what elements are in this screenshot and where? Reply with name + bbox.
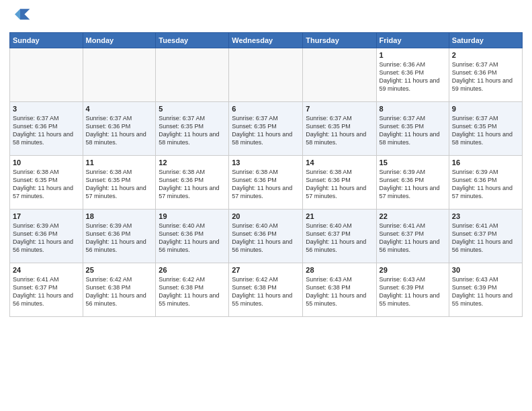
day-info: Sunrise: 6:37 AMSunset: 6:35 PMDaylight:… [232, 114, 300, 147]
day-number: 1 [380, 51, 446, 59]
header [9, 7, 523, 28]
week-row-4: 17Sunrise: 6:39 AMSunset: 6:36 PMDayligh… [10, 210, 523, 263]
weekday-saturday: Saturday [449, 33, 522, 48]
day-cell [156, 48, 229, 102]
day-cell: 15Sunrise: 6:39 AMSunset: 6:36 PMDayligh… [376, 156, 449, 210]
day-number: 20 [232, 212, 300, 220]
day-number: 24 [13, 266, 80, 274]
day-number: 2 [452, 51, 519, 59]
day-info: Sunrise: 6:43 AMSunset: 6:39 PMDaylight:… [380, 275, 446, 308]
day-cell: 27Sunrise: 6:42 AMSunset: 6:38 PMDayligh… [229, 263, 303, 317]
day-info: Sunrise: 6:38 AMSunset: 6:35 PMDaylight:… [13, 168, 80, 201]
weekday-friday: Friday [376, 33, 449, 48]
svg-marker-1 [15, 9, 20, 19]
day-number: 18 [86, 212, 153, 220]
day-cell: 21Sunrise: 6:40 AMSunset: 6:37 PMDayligh… [303, 210, 376, 263]
day-number: 19 [159, 212, 226, 220]
day-cell: 11Sunrise: 6:38 AMSunset: 6:35 PMDayligh… [83, 156, 156, 210]
logo [9, 7, 34, 28]
day-number: 5 [159, 105, 226, 113]
week-row-1: 1Sunrise: 6:36 AMSunset: 6:36 PMDaylight… [10, 48, 523, 102]
day-info: Sunrise: 6:42 AMSunset: 6:38 PMDaylight:… [232, 275, 300, 308]
day-info: Sunrise: 6:41 AMSunset: 6:37 PMDaylight:… [13, 275, 80, 308]
day-cell [229, 48, 303, 102]
day-cell: 22Sunrise: 6:41 AMSunset: 6:37 PMDayligh… [376, 210, 449, 263]
day-info: Sunrise: 6:38 AMSunset: 6:36 PMDaylight:… [306, 168, 373, 201]
day-number: 29 [380, 266, 446, 274]
day-cell: 23Sunrise: 6:41 AMSunset: 6:37 PMDayligh… [449, 210, 522, 263]
calendar-table: SundayMondayTuesdayWednesdayThursdayFrid… [9, 32, 523, 317]
day-number: 14 [306, 158, 373, 167]
day-cell: 20Sunrise: 6:40 AMSunset: 6:36 PMDayligh… [229, 210, 303, 263]
day-cell: 14Sunrise: 6:38 AMSunset: 6:36 PMDayligh… [303, 156, 376, 210]
day-info: Sunrise: 6:42 AMSunset: 6:38 PMDaylight:… [86, 275, 153, 308]
weekday-sunday: Sunday [10, 33, 83, 48]
logo-icon [9, 7, 31, 28]
weekday-thursday: Thursday [303, 33, 376, 48]
day-cell: 9Sunrise: 6:37 AMSunset: 6:35 PMDaylight… [449, 102, 522, 156]
day-cell: 8Sunrise: 6:37 AMSunset: 6:35 PMDaylight… [376, 102, 449, 156]
day-info: Sunrise: 6:37 AMSunset: 6:36 PMDaylight:… [86, 114, 153, 147]
day-cell: 18Sunrise: 6:39 AMSunset: 6:36 PMDayligh… [83, 210, 156, 263]
day-info: Sunrise: 6:41 AMSunset: 6:37 PMDaylight:… [380, 222, 446, 255]
week-row-3: 10Sunrise: 6:38 AMSunset: 6:35 PMDayligh… [10, 156, 523, 210]
day-info: Sunrise: 6:38 AMSunset: 6:36 PMDaylight:… [159, 168, 226, 201]
day-cell: 4Sunrise: 6:37 AMSunset: 6:36 PMDaylight… [83, 102, 156, 156]
day-info: Sunrise: 6:37 AMSunset: 6:35 PMDaylight:… [380, 114, 446, 147]
day-cell: 6Sunrise: 6:37 AMSunset: 6:35 PMDaylight… [229, 102, 303, 156]
day-info: Sunrise: 6:42 AMSunset: 6:38 PMDaylight:… [159, 275, 226, 308]
day-cell: 16Sunrise: 6:39 AMSunset: 6:36 PMDayligh… [449, 156, 522, 210]
day-number: 3 [13, 105, 80, 113]
calendar-header: SundayMondayTuesdayWednesdayThursdayFrid… [10, 33, 523, 48]
day-info: Sunrise: 6:37 AMSunset: 6:35 PMDaylight:… [452, 114, 519, 147]
day-info: Sunrise: 6:41 AMSunset: 6:37 PMDaylight:… [452, 222, 519, 255]
day-cell: 24Sunrise: 6:41 AMSunset: 6:37 PMDayligh… [10, 263, 83, 317]
day-cell: 17Sunrise: 6:39 AMSunset: 6:36 PMDayligh… [10, 210, 83, 263]
day-info: Sunrise: 6:37 AMSunset: 6:35 PMDaylight:… [159, 114, 226, 147]
day-cell [303, 48, 376, 102]
weekday-tuesday: Tuesday [156, 33, 229, 48]
day-number: 12 [159, 158, 226, 167]
day-number: 10 [13, 158, 80, 167]
day-info: Sunrise: 6:37 AMSunset: 6:35 PMDaylight:… [306, 114, 373, 147]
day-cell [83, 48, 156, 102]
day-info: Sunrise: 6:39 AMSunset: 6:36 PMDaylight:… [86, 222, 153, 255]
day-info: Sunrise: 6:40 AMSunset: 6:36 PMDaylight:… [159, 222, 226, 255]
day-cell: 3Sunrise: 6:37 AMSunset: 6:36 PMDaylight… [10, 102, 83, 156]
day-cell: 5Sunrise: 6:37 AMSunset: 6:35 PMDaylight… [156, 102, 229, 156]
day-info: Sunrise: 6:38 AMSunset: 6:35 PMDaylight:… [86, 168, 153, 201]
day-number: 27 [232, 266, 300, 274]
day-info: Sunrise: 6:39 AMSunset: 6:36 PMDaylight:… [380, 168, 446, 201]
page: SundayMondayTuesdayWednesdayThursdayFrid… [0, 0, 532, 411]
day-cell: 29Sunrise: 6:43 AMSunset: 6:39 PMDayligh… [376, 263, 449, 317]
day-number: 25 [86, 266, 153, 274]
svg-marker-0 [20, 9, 30, 19]
weekday-wednesday: Wednesday [229, 33, 303, 48]
day-cell: 30Sunrise: 6:43 AMSunset: 6:39 PMDayligh… [449, 263, 522, 317]
day-number: 13 [232, 158, 300, 167]
day-number: 4 [86, 105, 153, 113]
day-number: 11 [86, 158, 153, 167]
day-cell: 7Sunrise: 6:37 AMSunset: 6:35 PMDaylight… [303, 102, 376, 156]
day-number: 22 [380, 212, 446, 220]
day-number: 26 [159, 266, 226, 274]
day-info: Sunrise: 6:38 AMSunset: 6:36 PMDaylight:… [232, 168, 300, 201]
day-info: Sunrise: 6:37 AMSunset: 6:36 PMDaylight:… [13, 114, 80, 147]
day-cell: 19Sunrise: 6:40 AMSunset: 6:36 PMDayligh… [156, 210, 229, 263]
week-row-5: 24Sunrise: 6:41 AMSunset: 6:37 PMDayligh… [10, 263, 523, 317]
day-info: Sunrise: 6:37 AMSunset: 6:36 PMDaylight:… [452, 60, 519, 93]
day-info: Sunrise: 6:39 AMSunset: 6:36 PMDaylight:… [452, 168, 519, 201]
day-cell: 25Sunrise: 6:42 AMSunset: 6:38 PMDayligh… [83, 263, 156, 317]
day-number: 7 [306, 105, 373, 113]
calendar-body: 1Sunrise: 6:36 AMSunset: 6:36 PMDaylight… [10, 48, 523, 317]
day-cell: 10Sunrise: 6:38 AMSunset: 6:35 PMDayligh… [10, 156, 83, 210]
day-number: 21 [306, 212, 373, 220]
day-info: Sunrise: 6:36 AMSunset: 6:36 PMDaylight:… [380, 60, 446, 93]
day-number: 15 [380, 158, 446, 167]
day-cell: 1Sunrise: 6:36 AMSunset: 6:36 PMDaylight… [376, 48, 449, 102]
day-number: 8 [380, 105, 446, 113]
day-number: 23 [452, 212, 519, 220]
day-number: 30 [452, 266, 519, 274]
day-info: Sunrise: 6:40 AMSunset: 6:37 PMDaylight:… [306, 222, 373, 255]
day-number: 16 [452, 158, 519, 167]
